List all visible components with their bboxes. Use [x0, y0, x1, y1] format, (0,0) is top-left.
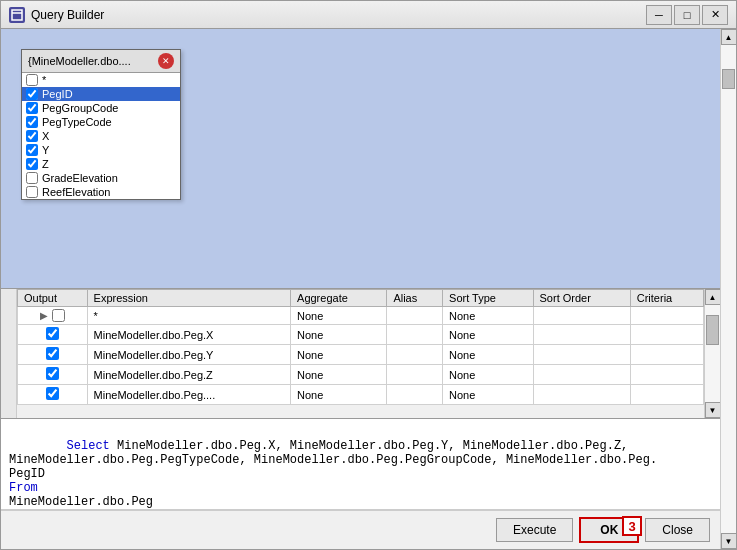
row1-alias: [387, 307, 443, 325]
row2-alias: [387, 325, 443, 345]
grid-scrollbar[interactable]: ▲ ▼: [704, 289, 720, 418]
row4-output: [18, 365, 88, 385]
col-header-output: Output: [18, 290, 88, 307]
row2-sortorder: [533, 325, 630, 345]
grid-table: Output Expression Aggregate Alias Sort T…: [17, 289, 704, 405]
row4-aggregate: None: [291, 365, 387, 385]
step-badge: 3: [622, 516, 642, 536]
row3-output-checkbox[interactable]: [46, 347, 59, 360]
close-window-button[interactable]: ✕: [702, 5, 728, 25]
row1-criteria: [630, 307, 703, 325]
row5-output: [18, 385, 88, 405]
main-content: {MineModeller.dbo.... ✕ * PegID: [1, 29, 736, 549]
field-row-x[interactable]: X: [22, 129, 180, 143]
field-checkbox-pegid[interactable]: [26, 88, 38, 100]
scroll-track[interactable]: [705, 305, 720, 402]
grid-area: Output Expression Aggregate Alias Sort T…: [1, 289, 720, 419]
sql-from-body: MineModeller.dbo.Peg: [9, 495, 153, 509]
query-builder-window: Query Builder ─ □ ✕ {MineModeller.dbo...…: [0, 0, 737, 550]
scroll-down-arrow[interactable]: ▼: [705, 402, 721, 418]
row1-expression: *: [87, 307, 291, 325]
row5-output-checkbox[interactable]: [46, 387, 59, 400]
footer-wrapper: Execute OK Close 3: [1, 510, 720, 549]
field-row-star[interactable]: *: [22, 73, 180, 87]
row2-output: [18, 325, 88, 345]
field-row-peggroupcode[interactable]: PegGroupCode: [22, 101, 180, 115]
diagram-scrollbar[interactable]: ▲ ▼: [720, 29, 736, 549]
scroll-up-arrow[interactable]: ▲: [705, 289, 721, 305]
app-icon: [9, 7, 25, 23]
window-title: Query Builder: [31, 8, 646, 22]
row4-alias: [387, 365, 443, 385]
field-checkbox-pegtypecode[interactable]: [26, 116, 38, 128]
center-area: {MineModeller.dbo.... ✕ * PegID: [1, 29, 720, 549]
row4-expression: MineModeller.dbo.Peg.Z: [87, 365, 291, 385]
table-widget: {MineModeller.dbo.... ✕ * PegID: [21, 49, 181, 200]
field-row-z[interactable]: Z: [22, 157, 180, 171]
row2-expression: MineModeller.dbo.Peg.X: [87, 325, 291, 345]
field-checkbox-z[interactable]: [26, 158, 38, 170]
col-header-alias: Alias: [387, 290, 443, 307]
execute-button[interactable]: Execute: [496, 518, 573, 542]
row1-output-checkbox[interactable]: [52, 309, 65, 322]
sql-from-keyword: From: [9, 481, 38, 495]
row3-criteria: [630, 345, 703, 365]
field-checkbox-star[interactable]: [26, 74, 38, 86]
svg-rect-0: [12, 10, 22, 20]
row2-criteria: [630, 325, 703, 345]
row4-sorttype: None: [443, 365, 533, 385]
row2-output-checkbox[interactable]: [46, 327, 59, 340]
field-checkbox-reefelevation[interactable]: [26, 186, 38, 198]
row5-aggregate: None: [291, 385, 387, 405]
col-header-aggregate: Aggregate: [291, 290, 387, 307]
field-row-gradeelevation[interactable]: GradeElevation: [22, 171, 180, 185]
row5-sorttype: None: [443, 385, 533, 405]
diagram-scroll-down[interactable]: ▼: [721, 533, 737, 549]
row4-output-checkbox[interactable]: [46, 367, 59, 380]
row4-criteria: [630, 365, 703, 385]
field-row-reefelevation[interactable]: ReefElevation: [22, 185, 180, 199]
col-header-sortorder: Sort Order: [533, 290, 630, 307]
diagram-area: {MineModeller.dbo.... ✕ * PegID: [1, 29, 720, 289]
title-bar: Query Builder ─ □ ✕: [1, 1, 736, 29]
diagram-scroll-thumb[interactable]: [722, 69, 735, 89]
diagram-scroll-up[interactable]: ▲: [721, 29, 737, 45]
row5-sortorder: [533, 385, 630, 405]
row4-sortorder: [533, 365, 630, 385]
field-checkbox-x[interactable]: [26, 130, 38, 142]
row3-alias: [387, 345, 443, 365]
scroll-thumb[interactable]: [706, 315, 719, 345]
col-header-expression: Expression: [87, 290, 291, 307]
minimize-button[interactable]: ─: [646, 5, 672, 25]
sql-display-area: Select MineModeller.dbo.Peg.X, MineModel…: [1, 419, 720, 510]
field-row-y[interactable]: Y: [22, 143, 180, 157]
grid-row-1: ▶ * None None: [18, 307, 704, 325]
row1-aggregate: None: [291, 307, 387, 325]
row1-sortorder: [533, 307, 630, 325]
table-fields-list: * PegID PegGroupCode P: [22, 73, 180, 199]
field-row-pegid[interactable]: PegID: [22, 87, 180, 101]
grid-row-4: MineModeller.dbo.Peg.Z None None: [18, 365, 704, 385]
grid-row-2: MineModeller.dbo.Peg.X None None: [18, 325, 704, 345]
row3-sortorder: [533, 345, 630, 365]
row3-expression: MineModeller.dbo.Peg.Y: [87, 345, 291, 365]
table-remove-button[interactable]: ✕: [158, 53, 174, 69]
field-checkbox-gradeelevation[interactable]: [26, 172, 38, 184]
close-button[interactable]: Close: [645, 518, 710, 542]
grid-row-5: MineModeller.dbo.Peg.... None None: [18, 385, 704, 405]
maximize-button[interactable]: □: [674, 5, 700, 25]
diagram-scroll-track[interactable]: [721, 45, 736, 533]
col-header-criteria: Criteria: [630, 290, 703, 307]
grid-row-3: MineModeller.dbo.Peg.Y None None: [18, 345, 704, 365]
footer-area: Execute OK Close: [1, 510, 720, 549]
row3-aggregate: None: [291, 345, 387, 365]
field-row-pegtypecode[interactable]: PegTypeCode: [22, 115, 180, 129]
row1-sorttype: None: [443, 307, 533, 325]
field-checkbox-y[interactable]: [26, 144, 38, 156]
row2-aggregate: None: [291, 325, 387, 345]
sql-select-keyword: Select: [67, 439, 110, 453]
window-controls: ─ □ ✕: [646, 5, 728, 25]
row3-sorttype: None: [443, 345, 533, 365]
field-checkbox-peggroupcode[interactable]: [26, 102, 38, 114]
row2-sorttype: None: [443, 325, 533, 345]
